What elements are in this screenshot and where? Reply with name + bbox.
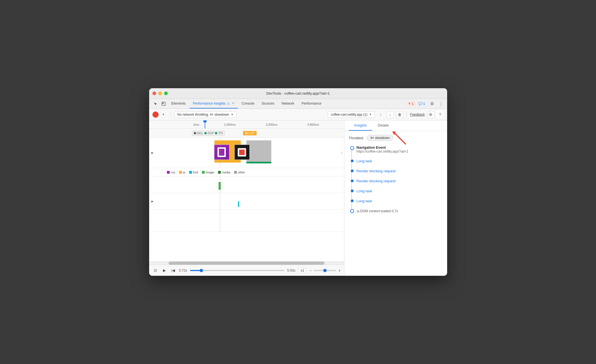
zoom-thumb (323, 269, 327, 272)
green-strip (246, 162, 271, 163)
download-icon[interactable]: ↓ (387, 111, 394, 118)
js-swatch (179, 171, 182, 174)
url-dropdown[interactable]: coffee-cart.netlify.app (1) ▼ (328, 111, 375, 118)
playback-bar: ⊡ ▶ |◀ 0.72s 5.93s x1 − + (149, 265, 344, 276)
dashed-line-3 (220, 193, 220, 209)
divider (171, 112, 171, 117)
progress-thumb (200, 269, 203, 272)
minimize-button[interactable] (158, 92, 162, 95)
cyan-bar (238, 201, 239, 207)
settings-icon[interactable]: ⚙ (428, 100, 436, 108)
feedback-link[interactable]: Feedback (410, 113, 425, 117)
zoom-in-icon[interactable]: + (338, 268, 340, 273)
more-icon[interactable]: ⋮ (437, 100, 445, 108)
image-swatch (202, 171, 205, 174)
toolbar-right: coffee-cart.netlify.app (1) ▼ ↑ ↓ 🗑 Feed… (328, 111, 444, 118)
time-marker-4800ms: 4,800ms (307, 123, 319, 126)
time-ruler: 0ms 1,600ms 3,200ms 4,800ms (149, 120, 344, 129)
panel-expand-icon[interactable]: › (340, 151, 344, 155)
small-green-bar (219, 182, 221, 190)
render-blocking-2-link[interactable]: Render blocking request (357, 179, 396, 183)
svg-rect-1 (162, 103, 164, 104)
zoom-slider[interactable] (314, 270, 336, 271)
error-badge[interactable]: ✕ 1 (406, 101, 415, 106)
screenshot-thumb-1 (214, 145, 229, 160)
tab-elements[interactable]: Elements (168, 99, 189, 108)
legend-js: js (179, 171, 185, 174)
long-task-2-link[interactable]: Long task (357, 189, 372, 193)
panel-content: Throttled: 4× slowdown Navigation Event … (344, 131, 447, 276)
nav-event-title: Navigation Event (357, 145, 443, 150)
settings2-icon[interactable]: ⚙ (427, 111, 434, 118)
expand-icon-4 (150, 219, 155, 223)
speed-badge[interactable]: x1 (298, 268, 307, 273)
zoom-out-icon[interactable]: − (309, 268, 312, 273)
tab-sources[interactable]: Sources (258, 99, 278, 108)
step-back-icon[interactable]: |◀ (170, 267, 176, 274)
cursor-icon[interactable] (151, 100, 159, 108)
tab-right-icons: ✕ 1 💬 1 ⚙ ⋮ (406, 100, 445, 108)
tab-close-icon[interactable]: ✕ (232, 102, 234, 105)
tab-network[interactable]: Network (278, 99, 298, 108)
gray-bar (246, 140, 271, 163)
legend-font: font (189, 171, 198, 174)
legend-media: media (218, 171, 230, 174)
help-icon[interactable]: ? (437, 111, 444, 118)
traffic-lights (152, 92, 168, 95)
insights-timeline: Navigation Event https://coffee-cart.net… (349, 145, 443, 213)
render-blocking-2-dot (351, 180, 354, 182)
event-long-task-2: Long task (357, 188, 443, 193)
throttle-dropdown[interactable]: No network throttling, 4× slowdown ▼ (174, 111, 237, 118)
record-dropdown-icon[interactable]: ▼ (160, 111, 167, 118)
timeline-scrollbar[interactable] (149, 261, 344, 265)
screenshot-toggle-icon[interactable]: ⊡ (152, 267, 159, 274)
screenshot-thumb-2 (234, 145, 250, 160)
delete-icon[interactable]: 🗑 (396, 111, 403, 118)
titlebar: DevTools - coffee-cart.netlify.app/?ad=1 (149, 88, 447, 99)
tabbar: Elements Performance insights ⚠ ✕ Consol… (149, 99, 447, 109)
render-blocking-1-link[interactable]: Render blocking request (357, 169, 396, 173)
play-icon[interactable]: ▶ (161, 267, 167, 274)
event-long-task-3: Long task (357, 198, 443, 203)
tab-performance-insights[interactable]: Performance insights ⚠ ✕ (190, 99, 238, 108)
event-render-blocking-1: Render blocking request (357, 168, 443, 173)
timeline-panel: 0ms 1,600ms 3,200ms 4,800ms DCL FCP (149, 120, 344, 276)
dashed-line-4 (220, 210, 220, 232)
track-row-2 (149, 176, 344, 193)
close-button[interactable] (152, 92, 156, 95)
record-button[interactable] (152, 112, 159, 118)
time-marker-1600ms: 1,600ms (224, 123, 236, 126)
devtools-window: DevTools - coffee-cart.netlify.app/?ad=1… (149, 88, 447, 276)
long-task-1-link[interactable]: Long task (357, 159, 372, 163)
long-task-3-link[interactable]: Long task (357, 199, 372, 203)
window-title: DevTools - coffee-cart.netlify.app/?ad=1 (266, 91, 330, 95)
other-swatch (234, 171, 237, 174)
nav-event-dot (350, 146, 354, 150)
tab-details[interactable]: Details (372, 120, 394, 131)
time-marker-3200ms: 3,200ms (266, 123, 277, 126)
info-badge[interactable]: 💬 1 (417, 101, 427, 106)
event-dom-content: ◎ DOM content loaded 0.7s (357, 208, 443, 213)
legend-other: other (234, 171, 245, 174)
upload-icon[interactable]: ↑ (377, 111, 384, 118)
expand-icon-2 (150, 183, 155, 187)
media-swatch (218, 171, 221, 174)
tab-insights[interactable]: Insights (349, 120, 372, 131)
expand-icon-3[interactable]: ▶ (150, 199, 155, 204)
event-render-blocking-2: Render blocking request (357, 178, 443, 183)
render-blocking-1-dot (351, 170, 354, 172)
event-navigation: Navigation Event https://coffee-cart.net… (357, 145, 443, 153)
nav-event-url: https://coffee-cart.netlify.app/?ad=1 (357, 150, 443, 153)
expand-icon-1[interactable]: ▶ (150, 151, 155, 155)
track-content-3 (155, 193, 344, 209)
end-time-label: 5.93s (287, 269, 295, 272)
start-time-label: 0.72s (179, 269, 187, 272)
tab-console[interactable]: Console (238, 99, 258, 108)
tab-performance[interactable]: Performance (298, 99, 325, 108)
long-task-3-dot (351, 199, 354, 202)
progress-slider[interactable] (190, 270, 284, 271)
event-long-task-1: Long task (357, 158, 443, 163)
track-area: ▶ (149, 138, 344, 261)
maximize-button[interactable] (164, 92, 168, 95)
inspect-icon[interactable] (160, 100, 167, 108)
